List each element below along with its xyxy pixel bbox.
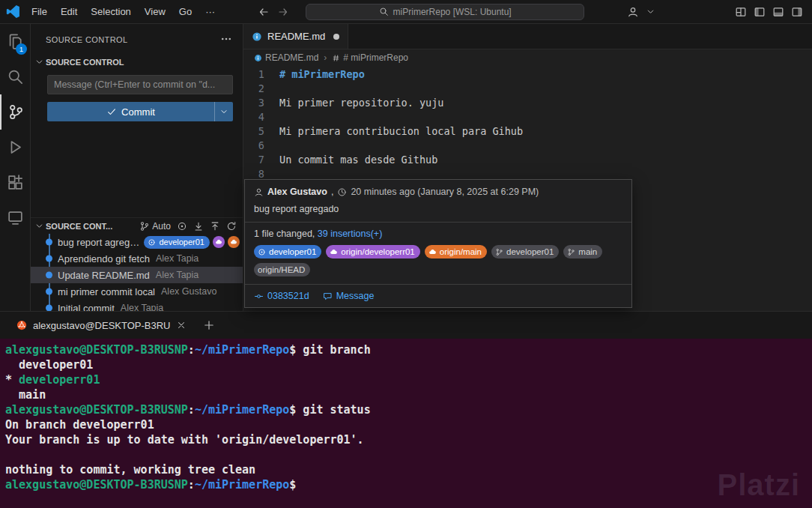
remote-explorer-icon bbox=[7, 209, 24, 226]
ref-badge[interactable]: main bbox=[563, 245, 602, 258]
ref-badge[interactable]: developer01 bbox=[144, 236, 210, 249]
push-icon[interactable] bbox=[210, 221, 220, 232]
person-icon bbox=[254, 187, 264, 197]
sidebar-title: SOURCE CONTROL bbox=[46, 35, 128, 44]
chevron-down-icon bbox=[34, 221, 44, 231]
activity-search[interactable] bbox=[0, 59, 30, 94]
breadcrumb-item[interactable]: # miPrimerRepo bbox=[332, 52, 408, 63]
remote-ref-badge[interactable] bbox=[213, 236, 225, 248]
commit-row[interactable]: Aprendiendo git fetchAlex Tapia bbox=[31, 250, 243, 267]
extensions-icon bbox=[7, 174, 24, 191]
remote-ref-badge[interactable] bbox=[228, 236, 240, 248]
ubuntu-icon bbox=[16, 320, 27, 330]
new-terminal-icon[interactable] bbox=[203, 319, 215, 331]
modified-dot-icon[interactable] bbox=[333, 34, 339, 40]
commit-row[interactable]: Update README.mdAlex Tapia bbox=[31, 267, 243, 283]
repository-picker[interactable]: Auto bbox=[139, 221, 171, 232]
pull-icon[interactable] bbox=[193, 221, 204, 232]
toggle-sidebar-icon[interactable] bbox=[754, 6, 766, 18]
back-icon[interactable] bbox=[258, 6, 270, 18]
terminal-line bbox=[5, 447, 812, 462]
terminal-line: On branch developerr01 bbox=[5, 417, 812, 432]
commit-message-input[interactable] bbox=[47, 75, 233, 94]
menu-selection[interactable]: Selection bbox=[84, 6, 137, 17]
terminal[interactable]: alexgustavo@DESKTOP-B3RUSNP:~/miPrimerRe… bbox=[0, 339, 812, 508]
section-label: SOURCE CONTROL bbox=[46, 58, 124, 67]
insertions-stat: 39 insertions(+) bbox=[318, 229, 383, 239]
graph-section-header[interactable]: SOURCE CONT... Auto bbox=[31, 217, 243, 234]
account-icon[interactable] bbox=[627, 6, 639, 18]
commit-row[interactable]: Initial commitAlex Tapia bbox=[31, 300, 243, 311]
commit-button-label: Commit bbox=[121, 106, 155, 118]
toggle-secondary-sidebar-icon[interactable] bbox=[791, 6, 803, 18]
menu-view[interactable]: View bbox=[138, 6, 172, 17]
terminal-line: main bbox=[5, 387, 812, 402]
more-actions-icon[interactable] bbox=[220, 33, 232, 45]
tab-label: README.md bbox=[267, 31, 325, 42]
commit-row[interactable]: bug report agregadodeveloper01 bbox=[31, 234, 243, 250]
code-line: 3Mi primer repositorio. yuju bbox=[243, 96, 812, 110]
message-link[interactable]: Message bbox=[323, 291, 375, 301]
commit-row[interactable]: mi primer commit localAlex Gustavo bbox=[31, 283, 243, 300]
source-control-icon bbox=[7, 103, 25, 121]
menu-more[interactable]: ··· bbox=[199, 6, 222, 17]
activity-extensions[interactable] bbox=[0, 165, 30, 200]
commit-message: Update README.md bbox=[58, 270, 150, 281]
activity-bar: 1 bbox=[0, 24, 31, 311]
commit-button[interactable]: Commit bbox=[47, 102, 233, 121]
branch-icon bbox=[567, 248, 575, 256]
activity-remote-explorer[interactable] bbox=[0, 200, 30, 235]
code-area[interactable]: 1# miPrimerRepo2 3Mi primer repositorio.… bbox=[243, 66, 812, 181]
target-icon[interactable] bbox=[177, 221, 187, 232]
command-center[interactable]: miPrimerRepo [WSL: Ubuntu] bbox=[306, 4, 584, 20]
branch-icon bbox=[139, 221, 150, 232]
commit-dropdown-button[interactable] bbox=[214, 102, 233, 121]
refresh-icon[interactable] bbox=[226, 221, 237, 232]
ref-badge[interactable]: developer01 bbox=[254, 245, 321, 258]
repository-picker-label: Auto bbox=[152, 221, 171, 232]
terminal-line: * developerr01 bbox=[5, 372, 812, 387]
hover-footer: 0383521d Message bbox=[245, 285, 631, 307]
cloud-icon bbox=[428, 248, 437, 256]
ref-badge[interactable]: origin/HEAD bbox=[254, 263, 310, 276]
ref-badge[interactable]: origin/developerr01 bbox=[326, 245, 419, 258]
cloud-icon bbox=[215, 238, 222, 246]
line-number: 1 bbox=[243, 67, 279, 82]
hover-stats: 1 file changed, 39 insertions(+) bbox=[254, 229, 622, 239]
activity-run-debug[interactable] bbox=[0, 130, 30, 165]
editor-tab-bar: README.md bbox=[243, 24, 812, 49]
source-control-section-header[interactable]: SOURCE CONTROL bbox=[34, 57, 124, 67]
toggle-panel-icon[interactable] bbox=[772, 6, 784, 18]
ref-badge[interactable]: developer01 bbox=[491, 245, 559, 258]
commit-message: Initial commit bbox=[58, 303, 115, 312]
symbol-icon bbox=[332, 54, 340, 62]
tab-readme[interactable]: README.md bbox=[243, 24, 348, 49]
menu-go[interactable]: Go bbox=[172, 6, 199, 17]
target-icon bbox=[148, 238, 156, 247]
menu-edit[interactable]: Edit bbox=[54, 6, 84, 17]
chevron-down-icon[interactable] bbox=[646, 7, 655, 16]
line-number: 6 bbox=[243, 139, 279, 153]
menu-file[interactable]: File bbox=[25, 6, 54, 17]
breadcrumb: README.md›# miPrimerRepo bbox=[243, 49, 812, 66]
ref-badge[interactable]: origin/main bbox=[425, 245, 487, 258]
markdown-icon bbox=[252, 31, 262, 42]
close-icon[interactable] bbox=[176, 320, 187, 330]
hover-time: 20 minutes ago (January 8, 2025 at 6:29 … bbox=[351, 187, 539, 197]
command-center-text: miPrimerRepo [WSL: Ubuntu] bbox=[393, 7, 512, 17]
activity-badge: 1 bbox=[16, 43, 27, 55]
platzi-watermark: Platzi bbox=[709, 468, 800, 502]
badge-rows: developer01origin/developerr01origin/mai… bbox=[254, 245, 622, 276]
commit-hash-link[interactable]: 0383521d bbox=[254, 291, 309, 301]
chevron-right-icon: › bbox=[324, 52, 327, 63]
hover-author: Alex Gustavo bbox=[267, 187, 327, 197]
graph-actions bbox=[177, 221, 237, 232]
customize-layout-icon[interactable] bbox=[735, 6, 747, 18]
commit-author: Alex Gustavo bbox=[161, 286, 216, 297]
terminal-tab-bar: alexgustavo@DESKTOP-B3RU bbox=[0, 311, 812, 339]
activity-source-control[interactable] bbox=[0, 94, 30, 130]
breadcrumb-item[interactable]: README.md bbox=[254, 52, 318, 63]
activity-explorer[interactable]: 1 bbox=[0, 24, 30, 59]
terminal-tab[interactable]: alexgustavo@DESKTOP-B3RU bbox=[9, 312, 194, 339]
forward-icon[interactable] bbox=[277, 6, 289, 18]
